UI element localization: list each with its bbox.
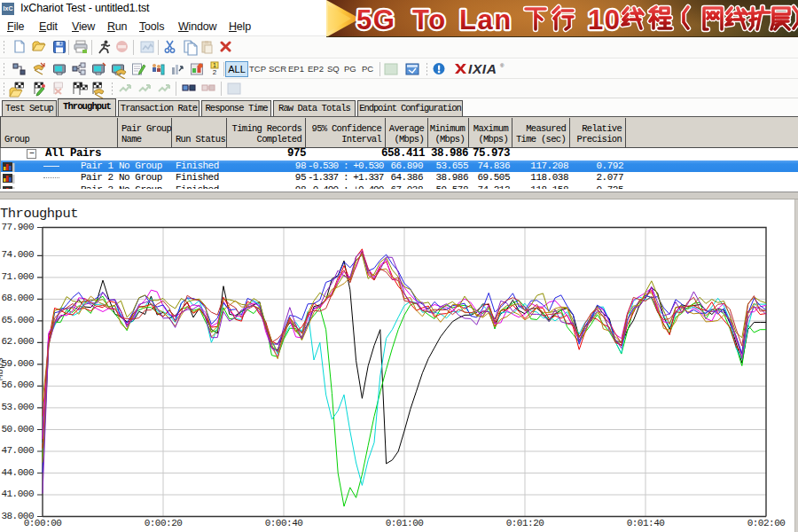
svg-text:10: 10: [588, 4, 621, 35]
svg-text:Lan: Lan: [459, 4, 512, 35]
svg-text:5G: 5G: [356, 4, 395, 35]
svg-text:To: To: [412, 4, 447, 35]
